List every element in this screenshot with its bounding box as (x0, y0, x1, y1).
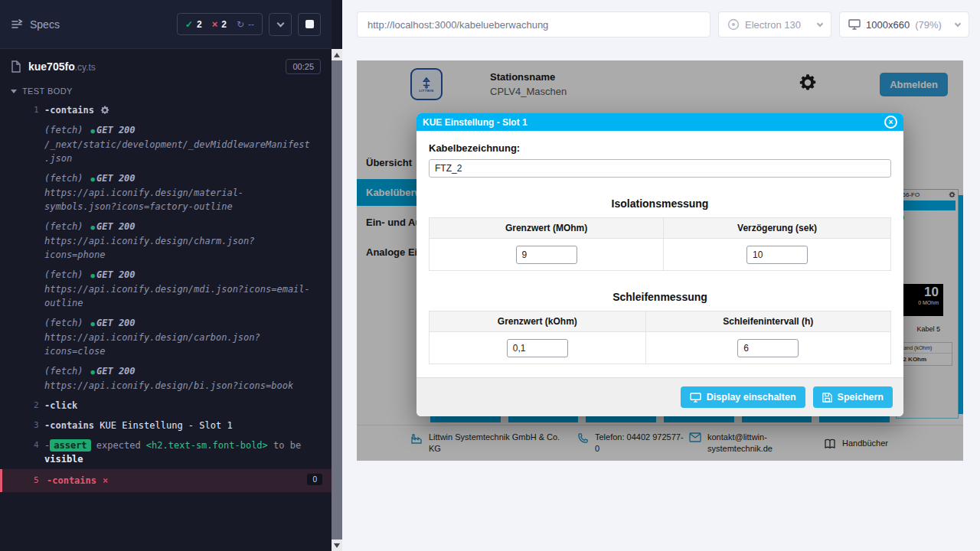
fetch-log-row[interactable]: (fetch)●GET 200 https://api.iconify.desi… (0, 361, 332, 396)
viewport-size: 1000x660 (866, 19, 910, 31)
aut-toolbar: Electron 130 1000x660 (79%) (342, 0, 980, 49)
cross-icon: × (212, 18, 218, 30)
fetch-url: https://api.iconify.design/charm.json?ic… (44, 236, 255, 260)
chevron-down-icon (276, 19, 284, 27)
test-body-toggle[interactable]: TEST BODY (0, 81, 332, 100)
fetch-label: (fetch) (44, 173, 83, 184)
fetch-label: (fetch) (44, 318, 83, 328)
failed-count: 2 (221, 19, 227, 30)
command-method: -contains (44, 420, 94, 431)
app-under-test: LITTWIN Stationsname CPLV4_Maschen Abmel… (357, 60, 963, 461)
fetch-status: GET 200 (96, 221, 136, 232)
fetch-log-row[interactable]: (fetch)●GET 200 https://api.iconify.desi… (0, 313, 332, 361)
dialog-title: KUE Einstellung - Slot 1 (423, 117, 528, 128)
isolation-limit-input[interactable] (516, 246, 577, 264)
isolation-table: Grenzwert (MOhm) Verzögerung (sek) (429, 217, 891, 271)
failed-command-row[interactable]: 5 -contains× 0 (0, 469, 332, 492)
save-button[interactable]: Speichern (813, 386, 893, 408)
cypress-reporter: Specs ✓2 ×2 ↻-- kue705fo.cy.ts 00:25 (0, 0, 342, 551)
kue-settings-dialog: KUE Einstellung - Slot 1 × Kabelbezeichn… (416, 113, 903, 416)
stop-button[interactable] (298, 13, 321, 36)
column-header-verzoegerung: Verzögerung (sek) (664, 218, 891, 239)
column-header-grenzwert-mohm: Grenzwert (MOhm) (430, 218, 664, 239)
status-dot-icon: ● (91, 223, 95, 231)
reporter-scrollbar[interactable] (332, 49, 342, 551)
cable-name-input[interactable] (429, 159, 891, 178)
isolation-delay-input[interactable] (746, 246, 808, 264)
assert-target: <h2.text-sm.font-bold> (146, 440, 268, 451)
screen: Specs ✓2 ×2 ↻-- kue705fo.cy.ts 00:25 (0, 0, 980, 551)
browser-selector[interactable]: Electron 130 (718, 11, 831, 37)
viewport-zoom: (79%) (915, 19, 942, 31)
fetch-status: GET 200 (96, 125, 136, 135)
fetch-url: /_next/static/development/_devMiddleware… (44, 139, 310, 164)
monitor-icon (848, 19, 861, 30)
command-number: 1 (0, 103, 44, 117)
dialog-footer: Display einschalten Speichern (416, 377, 903, 416)
specs-menu-button[interactable]: Specs (11, 18, 60, 31)
fetch-log-row[interactable]: (fetch)●GET 200 /_next/static/developmen… (0, 120, 332, 168)
table-cell (664, 239, 891, 271)
display-on-label: Display einschalten (707, 392, 796, 403)
reporter-header: Specs ✓2 ×2 ↻-- (0, 0, 332, 49)
command-method: -contains (47, 475, 96, 486)
display-on-button[interactable]: Display einschalten (681, 386, 805, 408)
loop-interval-input[interactable] (737, 339, 799, 357)
scrollbar-thumb[interactable] (332, 60, 342, 540)
spec-file-icon (11, 60, 21, 73)
close-icon: × (889, 118, 893, 126)
viewport-selector[interactable]: 1000x660 (79%) (839, 11, 969, 37)
fetch-url: https://api.iconify.design/carbon.json?i… (44, 332, 260, 357)
command-row-click[interactable]: 2 -click (0, 396, 332, 416)
fetch-label: (fetch) (44, 366, 83, 377)
specs-list-icon (11, 18, 23, 31)
fetch-log-row[interactable]: (fetch)●GET 200 https://api.iconify.desi… (0, 217, 332, 265)
fetch-label: (fetch) (44, 221, 83, 232)
table-cell (645, 332, 890, 364)
collapse-button[interactable] (269, 13, 292, 36)
command-row-contains-1[interactable]: 1 -contains (0, 100, 332, 120)
test-stats: ✓2 ×2 ↻-- (177, 13, 263, 35)
loop-limit-input[interactable] (507, 339, 568, 357)
display-icon (690, 393, 701, 403)
assert-badge: assert (50, 439, 90, 452)
assert-state: visible (44, 454, 83, 465)
check-icon: ✓ (185, 19, 193, 30)
passed-stat: ✓2 (185, 19, 202, 30)
electron-icon (727, 18, 740, 31)
failed-stat: ×2 (212, 18, 227, 30)
command-number: 4 (0, 439, 44, 466)
spec-name: kue705fo.cy.ts (28, 60, 96, 73)
scroll-up-button[interactable] (332, 49, 342, 60)
refresh-icon: ↻ (237, 19, 244, 30)
status-dot-icon: ● (91, 320, 95, 328)
fetch-log-row[interactable]: (fetch)●GET 200 https://api.iconify.desi… (0, 265, 332, 313)
close-button[interactable]: × (884, 116, 897, 129)
fail-x-icon: × (103, 475, 108, 486)
table-cell (430, 239, 664, 271)
aut-pane: Electron 130 1000x660 (79%) LITTWIN (342, 0, 980, 551)
assert-text: to be (273, 440, 301, 451)
chevron-down-icon (955, 20, 961, 26)
column-header-schleifenintervall: Schleifenintervall (h) (645, 311, 890, 332)
chevron-down-icon (817, 20, 823, 26)
column-header-grenzwert-kohm: Grenzwert (kOhm) (430, 311, 646, 332)
assert-row[interactable]: 4 -assert expected <h2.text-sm.font-bold… (0, 435, 332, 469)
fetch-label: (fetch) (44, 269, 83, 280)
pending-stat: ↻-- (237, 19, 254, 30)
command-row-contains-3[interactable]: 3 -contains KUE Einstellung - Slot 1 (0, 416, 332, 435)
fetch-label: (fetch) (44, 125, 83, 135)
loop-table: Grenzwert (kOhm) Schleifenintervall (h) (429, 311, 891, 364)
loop-section-title: Schleifenmessung (429, 291, 891, 303)
caret-down-icon (11, 90, 17, 93)
save-label: Speichern (838, 392, 884, 403)
isolation-section-title: Isolationsmessung (429, 197, 891, 210)
scroll-down-button[interactable] (332, 540, 342, 551)
passed-count: 2 (197, 19, 202, 30)
url-input[interactable] (357, 11, 710, 37)
fetch-url: https://api.iconify.design/material-symb… (44, 187, 243, 212)
fetch-url: https://api.iconify.design/bi.json?icons… (44, 380, 293, 391)
fetch-log-row[interactable]: (fetch)●GET 200 https://api.iconify.desi… (0, 168, 332, 217)
spec-file-header[interactable]: kue705fo.cy.ts 00:25 (0, 49, 332, 81)
fetch-status: GET 200 (96, 173, 136, 184)
